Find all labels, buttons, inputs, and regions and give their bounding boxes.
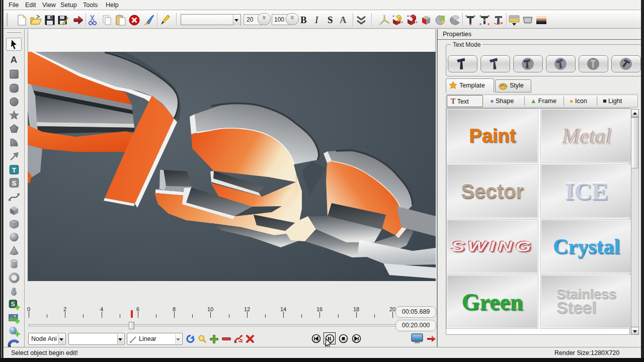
svg-text:S: S — [12, 179, 17, 187]
svg-text:A: A — [11, 54, 17, 65]
svg-text:T: T — [12, 166, 16, 174]
svg-text:S: S — [11, 301, 15, 308]
